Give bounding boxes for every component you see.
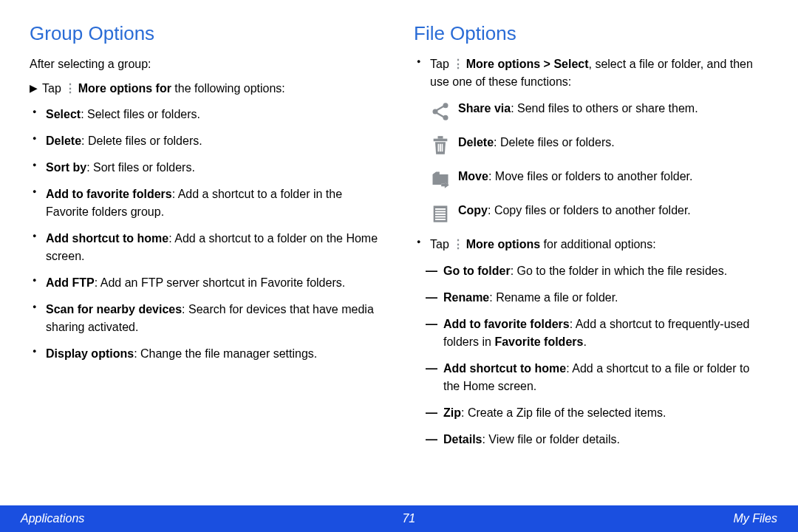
svg-rect-7 bbox=[438, 144, 440, 152]
more-options-icon: ⋮ bbox=[64, 82, 75, 95]
icon-row-text: Copy: Copy files or folders to another f… bbox=[458, 202, 691, 219]
list-item: Display options: Change the file manager… bbox=[46, 345, 384, 363]
icon-row-move: Move: Move files or folders to another f… bbox=[430, 168, 768, 193]
svg-rect-12 bbox=[435, 211, 446, 213]
copy-icon bbox=[430, 203, 451, 227]
heading-group-options: Group Options bbox=[30, 22, 384, 45]
svg-rect-3 bbox=[434, 105, 444, 112]
svg-rect-11 bbox=[435, 208, 446, 210]
file-options-top-list: Tap ⋮ More options > Select, select a fi… bbox=[414, 55, 768, 91]
more-options-icon: ⋮ bbox=[452, 58, 463, 70]
list-item: Add to favorite folders: Add a shortcut … bbox=[46, 185, 384, 221]
svg-rect-4 bbox=[434, 111, 444, 117]
footer-bar: Applications 71 My Files bbox=[0, 505, 798, 532]
more-options-icon: ⋮ bbox=[452, 238, 463, 250]
icon-row-text: Move: Move files or folders to another f… bbox=[458, 168, 693, 185]
icon-row-text: Delete: Delete files or folders. bbox=[458, 134, 615, 151]
svg-rect-13 bbox=[435, 214, 446, 215]
additional-options-list: Go to folder: Go to the folder in which … bbox=[414, 262, 768, 449]
list-item: Scan for nearby devices: Search for devi… bbox=[46, 301, 384, 336]
footer-right: My Files bbox=[733, 512, 777, 525]
list-item: Add to favorite folders: Add a shortcut … bbox=[443, 316, 768, 351]
heading-file-options: File Options bbox=[414, 22, 768, 45]
svg-point-2 bbox=[443, 115, 449, 120]
svg-rect-14 bbox=[435, 216, 446, 218]
move-icon bbox=[430, 169, 451, 193]
group-intro: After selecting a group: bbox=[30, 55, 384, 72]
footer-left: Applications bbox=[21, 512, 84, 525]
share-icon bbox=[430, 101, 451, 125]
list-item: Details: View file or folder details. bbox=[443, 431, 768, 449]
trash-icon bbox=[430, 135, 451, 159]
list-item: Rename: Rename a file or folder. bbox=[443, 289, 768, 307]
page: Group Options After selecting a group: ▶… bbox=[0, 0, 798, 532]
svg-rect-9 bbox=[442, 144, 443, 152]
icon-row-text: Share via: Send files to others or share… bbox=[458, 100, 698, 117]
list-item: Go to folder: Go to the folder in which … bbox=[443, 262, 768, 280]
icon-row-share: Share via: Send files to others or share… bbox=[430, 100, 768, 125]
right-column: File Options Tap ⋮ More options > Select… bbox=[414, 22, 768, 532]
triangle-icon: ▶ bbox=[30, 80, 38, 96]
file-options-more-list: Tap ⋮ More options for additional option… bbox=[414, 236, 768, 253]
svg-rect-5 bbox=[434, 139, 448, 142]
tap-more-options-row: ▶ Tap ⋮ More options for the following o… bbox=[30, 80, 384, 97]
left-column: Group Options After selecting a group: ▶… bbox=[30, 22, 384, 532]
group-options-list: Select: Select files or folders. Delete:… bbox=[30, 106, 384, 363]
footer-page-number: 71 bbox=[402, 512, 415, 525]
list-item: Tap ⋮ More options > Select, select a fi… bbox=[430, 55, 768, 91]
svg-rect-15 bbox=[435, 219, 446, 220]
icon-row-delete: Delete: Delete files or folders. bbox=[430, 134, 768, 159]
icon-row-copy: Copy: Copy files or folders to another f… bbox=[430, 202, 768, 227]
list-item: Add FTP: Add an FTP server shortcut in F… bbox=[46, 274, 384, 292]
svg-rect-6 bbox=[438, 136, 443, 139]
svg-rect-8 bbox=[440, 144, 441, 152]
list-item: Sort by: Sort files or folders. bbox=[46, 159, 384, 177]
list-item: Zip: Create a Zip file of the selected i… bbox=[443, 404, 768, 422]
svg-point-0 bbox=[443, 103, 449, 108]
list-item: Delete: Delete files or folders. bbox=[46, 132, 384, 150]
list-item: Select: Select files or folders. bbox=[46, 106, 384, 123]
list-item: Add shortcut to home: Add a shortcut to … bbox=[46, 230, 384, 265]
tap-more-options-text: Tap ⋮ More options for the following opt… bbox=[42, 80, 285, 97]
list-item: Tap ⋮ More options for additional option… bbox=[430, 236, 768, 253]
list-item: Add shortcut to home: Add a shortcut to … bbox=[443, 360, 768, 395]
